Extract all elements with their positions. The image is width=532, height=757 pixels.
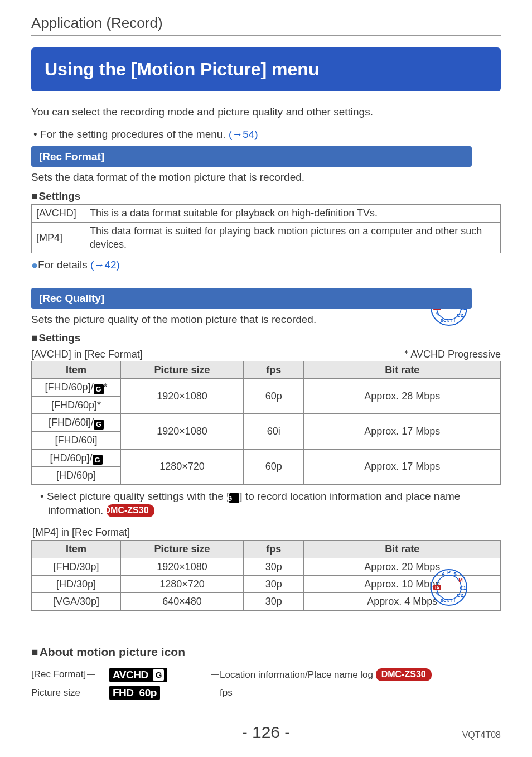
col-item: Item — [32, 541, 121, 558]
mp4-caption: [MP4] in [Rec Format] — [32, 525, 501, 539]
bitrate-cell: Approx. 17 Mbps — [304, 449, 501, 484]
icon-diagram: [Rec Format] AVCHD G Location informatio… — [31, 668, 501, 700]
col-fps: fps — [244, 361, 304, 379]
details-note: ●For details (→42) — [31, 258, 501, 273]
breadcrumb: Application (Record) — [31, 13, 501, 36]
table-row: [AVCHD] This is a data format suitable f… — [32, 205, 501, 222]
badge-avchd: AVCHD G — [109, 668, 210, 682]
bitrate-cell: Approx. 4 Mbps — [304, 593, 501, 610]
bitrate-cell: Approx. 20 Mbps — [304, 558, 501, 575]
rec-quality-header: [Rec Quality] — [31, 288, 472, 309]
avchd-progressive-note: ＊AVCHD Progressive — [402, 348, 501, 361]
details-text: For details — [38, 259, 90, 271]
g-icon: G — [93, 455, 103, 465]
table-row: [HD/60p]/G 1280×720 60p Approx. 17 Mbps — [32, 449, 501, 467]
fps-cell: 60p — [244, 449, 304, 484]
table-header-row: Item Picture size fps Bit rate — [32, 541, 501, 558]
fps-cell: 60p — [244, 379, 304, 414]
table-row: [MP4] This data format is suited for pla… — [32, 222, 501, 253]
rec-quality-desc: Sets the picture quality of the motion p… — [31, 312, 501, 327]
g-icon: G — [229, 493, 239, 503]
item-cell: [VGA/30p] — [32, 593, 121, 610]
item-cell: [FHD/30p] — [32, 558, 121, 575]
item-cell: [HD/30p] — [32, 575, 121, 592]
setting-proc-link[interactable]: (→54) — [229, 128, 258, 140]
about-icon-header: About motion picture icon — [31, 644, 501, 660]
avchd-table: Item Picture size fps Bit rate [FHD/60p]… — [31, 361, 501, 485]
svg-text:C1: C1 — [460, 585, 466, 591]
doc-code: VQT4T08 — [462, 729, 501, 741]
picture-size-cell: 1920×1080 — [121, 414, 244, 449]
svg-text:M: M — [458, 577, 463, 583]
label-fps: fps — [220, 687, 501, 700]
picture-size-cell: 1280×720 — [121, 575, 244, 592]
svg-text:A: A — [442, 571, 446, 577]
svg-text:iA: iA — [435, 585, 439, 590]
table-row: [FHD/60i]/G 1920×1080 60i Approx. 17 Mbp… — [32, 414, 501, 432]
picture-size-cell: 1920×1080 — [121, 558, 244, 575]
item-cell: [FHD/60p]/G* — [32, 379, 121, 397]
item-cell: [HD/60p] — [32, 467, 121, 484]
svg-text:P: P — [447, 570, 451, 575]
rec-format-header: [Rec Format] — [31, 146, 472, 167]
fps-cell: 60i — [244, 414, 304, 449]
item-cell: [FHD/60i] — [32, 432, 121, 449]
table-row: [FHD/60p]/G* 1920×1080 60p Approx. 28 Mb… — [32, 379, 501, 397]
item-cell: [HD/60p]/G — [32, 449, 121, 467]
picture-size-cell: 640×480 — [121, 593, 244, 610]
rec-format-desc: Sets the data format of the motion pictu… — [31, 170, 501, 185]
setting-procedures-note: • For the setting procedures of the menu… — [33, 127, 501, 142]
format-val: This data format is suited for playing b… — [85, 222, 501, 253]
bitrate-cell: Approx. 17 Mbps — [304, 414, 501, 449]
g-icon: G — [94, 384, 104, 394]
col-fps: fps — [244, 541, 304, 558]
label-picture-size: Picture size — [31, 687, 109, 700]
rec-quality-settings-label: Settings — [31, 331, 501, 345]
fps-cell: 30p — [244, 593, 304, 610]
page-number: - 126 - — [0, 721, 532, 744]
select-quality-note: • Select picture quality settings with t… — [40, 489, 500, 518]
bullet-icon: ● — [31, 259, 38, 272]
format-key: [MP4] — [32, 222, 85, 253]
avchd-caption: [AVCHD] in [Rec Format] — [31, 348, 143, 361]
setting-proc-text: • For the setting procedures of the menu… — [33, 128, 229, 140]
item-cell: [FHD/60i]/G — [32, 414, 121, 432]
col-item: Item — [32, 361, 121, 379]
svg-text:SCN: SCN — [441, 598, 450, 603]
col-picture-size: Picture size — [121, 361, 244, 379]
rec-format-settings-label: Settings — [31, 189, 501, 204]
mode-dial-icon: P A S M C1 C2 ▢ SCN ✎ iA — [428, 567, 470, 612]
model-badge: DMC-ZS30 — [376, 668, 432, 681]
note-text-pre: • Select picture quality settings with t… — [40, 490, 229, 502]
svg-text:S: S — [453, 571, 457, 577]
svg-text:▢: ▢ — [451, 597, 456, 603]
fps-cell: 30p — [244, 558, 304, 575]
label-rec-format: [Rec Format] — [31, 668, 109, 681]
svg-text:✎: ✎ — [436, 591, 440, 597]
model-badge: DMC-ZS30 — [107, 504, 154, 517]
rec-format-table: [AVCHD] This is a data format suitable f… — [31, 204, 501, 253]
badge-fhd-60p: FHD60p — [109, 686, 210, 700]
picture-size-cell: 1280×720 — [121, 449, 244, 484]
col-bitrate: Bit rate — [304, 361, 501, 379]
col-bitrate: Bit rate — [304, 541, 501, 558]
item-cell: [FHD/60p]* — [32, 397, 121, 414]
format-val: This is a data format suitable for playb… — [85, 205, 501, 222]
page-title: Using the [Motion Picture] menu — [31, 47, 501, 91]
label-location-log: Location information/Place name log DMC-… — [220, 668, 501, 682]
picture-size-cell: 1920×1080 — [121, 379, 244, 414]
table-header-row: Item Picture size fps Bit rate — [32, 361, 501, 379]
intro-text: You can select the recording mode and pi… — [31, 105, 501, 119]
bitrate-cell: Approx. 28 Mbps — [304, 379, 501, 414]
g-icon: G — [153, 669, 164, 681]
fps-cell: 30p — [244, 575, 304, 592]
bitrate-cell: Approx. 10 Mbps — [304, 575, 501, 592]
col-picture-size: Picture size — [121, 541, 244, 558]
g-icon: G — [94, 420, 104, 430]
format-key: [AVCHD] — [32, 205, 85, 222]
details-link[interactable]: (→42) — [90, 259, 120, 271]
svg-text:C2: C2 — [457, 592, 463, 598]
